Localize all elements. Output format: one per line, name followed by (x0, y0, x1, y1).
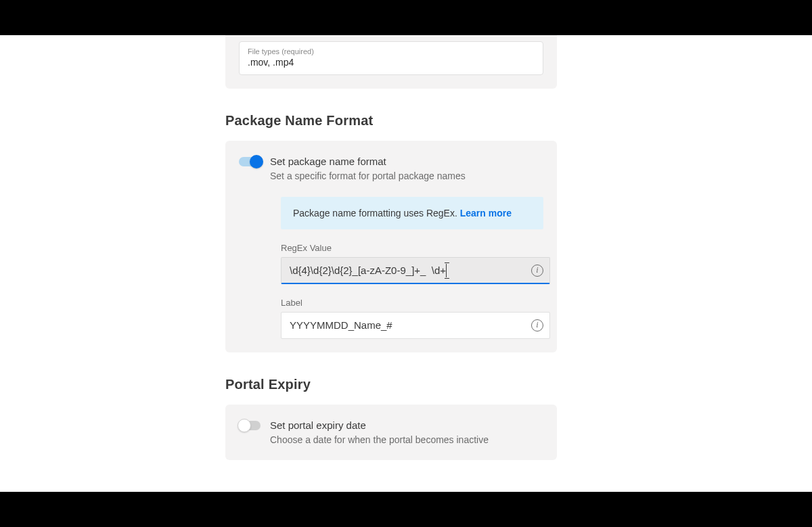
learn-more-link[interactable]: Learn more (460, 208, 512, 219)
portal-expiry-toggle-desc: Choose a date for when the portal become… (270, 434, 489, 447)
portal-expiry-section-title: Portal Expiry (225, 377, 557, 392)
package-name-toggle[interactable] (239, 157, 261, 166)
portal-expiry-toggle-label: Set portal expiry date (270, 418, 366, 432)
regex-info-banner: Package name formatting uses RegEx. Lear… (281, 197, 543, 229)
file-types-value: .mov, .mp4 (248, 57, 535, 68)
portal-expiry-toggle[interactable] (239, 421, 261, 430)
info-icon[interactable]: i (531, 265, 543, 277)
file-types-field-label: File types (required) (248, 47, 535, 55)
info-icon[interactable]: i (531, 319, 543, 331)
letterbox-top (0, 0, 812, 35)
package-name-toggle-label: Set package name format (270, 154, 386, 168)
file-types-field[interactable]: File types (required) .mov, .mp4 (239, 41, 543, 75)
regex-info-text: Package name formatting uses RegEx. (293, 208, 460, 219)
toggle-knob (238, 419, 251, 432)
package-name-toggle-desc: Set a specific format for portal package… (270, 170, 466, 183)
regex-input[interactable] (281, 257, 550, 284)
letterbox-bottom (0, 492, 812, 527)
file-types-card: Allow only specific file types i File ty… (225, 35, 557, 89)
settings-panel: Allow only specific file types i File ty… (0, 35, 812, 492)
package-name-section-title: Package Name Format (225, 113, 557, 129)
regex-input-wrap: i (281, 257, 550, 284)
regex-field-label: RegEx Value (281, 243, 543, 253)
label-field-label: Label (281, 298, 543, 308)
toggle-knob (250, 155, 263, 168)
label-input-wrap: i (281, 312, 550, 339)
label-input[interactable] (281, 312, 550, 339)
package-name-card: Set package name format Set a specific f… (225, 141, 557, 352)
portal-expiry-card: Set portal expiry date Choose a date for… (225, 405, 557, 461)
